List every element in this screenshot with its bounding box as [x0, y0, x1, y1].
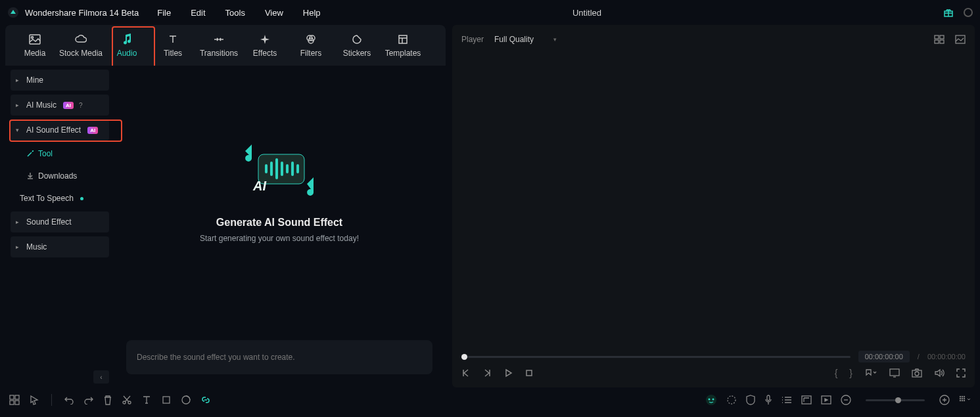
tab-audio[interactable]: Audio	[104, 25, 150, 66]
category-tabs: Media Stock Media Audio Titles Transitio…	[5, 25, 446, 66]
svg-point-46	[964, 396, 965, 397]
templates-icon	[398, 33, 408, 46]
sidebar-item-mine[interactable]: ▸ Mine	[11, 70, 109, 91]
timeline-options-icon[interactable]	[959, 395, 971, 405]
sidebar-item-ai-music[interactable]: ▸ AI Music AI ?	[11, 95, 109, 116]
cut-button[interactable]	[122, 395, 132, 405]
mic-icon[interactable]	[764, 395, 772, 405]
chevron-right-icon: ▸	[16, 244, 22, 250]
tab-stock-media[interactable]: Stock Media	[58, 25, 104, 66]
step-back-button[interactable]	[482, 368, 492, 378]
delete-button[interactable]	[103, 395, 112, 405]
play-button[interactable]	[503, 368, 513, 378]
export-frame-icon[interactable]	[801, 395, 812, 405]
wand-icon	[26, 150, 34, 158]
menu-help[interactable]: Help	[303, 8, 321, 18]
tab-titles[interactable]: Titles	[150, 25, 196, 66]
layout-icon[interactable]	[9, 395, 20, 405]
zoom-in-button[interactable]	[939, 395, 950, 405]
snapshot-button[interactable]	[912, 368, 922, 378]
tab-filters[interactable]: Filters	[288, 25, 334, 66]
svg-point-44	[960, 396, 961, 397]
volume-button[interactable]	[934, 368, 945, 378]
sidebar-mine-label: Mine	[26, 76, 43, 85]
sidebar-sub-tts[interactable]: Text To Speech	[11, 189, 109, 208]
menu-edit[interactable]: Edit	[191, 8, 205, 18]
sidebar-downloads-label: Downloads	[38, 171, 77, 181]
tab-filters-label: Filters	[300, 49, 322, 58]
describe-input[interactable]	[137, 353, 422, 362]
ai-assistant-icon[interactable]	[705, 394, 717, 406]
progress-slider[interactable]	[461, 356, 851, 358]
zoom-slider[interactable]	[866, 399, 925, 401]
sidebar-sub-downloads[interactable]: Downloads	[11, 167, 109, 185]
marker-dropdown[interactable]	[864, 368, 877, 378]
left-panel: Media Stock Media Audio Titles Transitio…	[5, 25, 446, 387]
svg-rect-8	[399, 35, 407, 43]
generate-subtitle: Start generating your own sound effect t…	[200, 234, 359, 243]
sidebar-ai-se-label: AI Sound Effect	[26, 125, 81, 135]
sidebar-sub-tool[interactable]: Tool	[11, 144, 109, 163]
sidebar-se-label: Sound Effect	[26, 217, 72, 227]
svg-point-35	[706, 395, 716, 405]
color-button[interactable]	[181, 395, 191, 405]
mark-out-icon[interactable]: }	[849, 368, 852, 378]
svg-point-48	[962, 398, 963, 399]
crop-button[interactable]	[161, 395, 172, 405]
svg-rect-27	[10, 395, 14, 399]
tab-stickers[interactable]: Stickers	[334, 25, 380, 66]
tab-transitions[interactable]: Transitions	[196, 25, 242, 66]
list-icon[interactable]	[782, 395, 792, 405]
music-note-icon	[122, 33, 132, 46]
tab-stock-label: Stock Media	[59, 49, 103, 58]
grid-view-icon[interactable]	[934, 35, 945, 44]
sidebar-item-music[interactable]: ▸ Music	[11, 236, 109, 257]
tab-effects[interactable]: Effects	[242, 25, 288, 66]
shield-icon[interactable]	[746, 395, 755, 405]
sidebar-item-ai-sound-effect[interactable]: ▾ AI Sound Effect AI	[11, 120, 109, 141]
cursor-icon[interactable]	[29, 395, 39, 405]
menu-tools[interactable]: Tools	[225, 8, 245, 18]
prev-frame-button[interactable]	[461, 368, 471, 378]
svg-point-38	[728, 396, 735, 404]
download-icon	[26, 172, 34, 180]
display-settings-icon[interactable]	[889, 368, 900, 378]
svg-point-52	[964, 400, 965, 401]
new-indicator-icon	[80, 197, 83, 200]
player-viewport	[452, 54, 975, 345]
menu-view[interactable]: View	[265, 8, 283, 18]
mark-in-icon[interactable]: {	[835, 368, 838, 378]
svg-point-47	[960, 398, 961, 399]
sidebar-item-sound-effect[interactable]: ▸ Sound Effect	[11, 211, 109, 232]
help-icon[interactable]: ?	[79, 102, 83, 109]
tab-templates[interactable]: Templates	[380, 25, 426, 66]
ai-sound-illustration-icon: AI	[233, 138, 325, 204]
fullscreen-button[interactable]	[956, 368, 966, 378]
describe-input-box[interactable]	[126, 340, 432, 374]
menu-file[interactable]: File	[157, 8, 171, 18]
adjust-icon[interactable]	[726, 395, 737, 405]
redo-button[interactable]	[83, 395, 94, 405]
render-icon[interactable]	[821, 395, 831, 405]
tab-media[interactable]: Media	[12, 25, 58, 66]
svg-rect-30	[15, 401, 19, 405]
quality-dropdown[interactable]: Full Quality ▾	[494, 35, 557, 44]
zoom-out-button[interactable]	[841, 395, 851, 405]
svg-point-36	[709, 399, 711, 401]
main-area: Media Stock Media Audio Titles Transitio…	[0, 25, 980, 387]
tab-audio-label: Audio	[117, 49, 137, 58]
stop-button[interactable]	[525, 368, 534, 378]
svg-point-2	[964, 9, 972, 16]
svg-rect-40	[802, 396, 811, 404]
link-button[interactable]	[200, 395, 211, 405]
svg-rect-20	[935, 40, 939, 43]
text-tool-icon[interactable]	[141, 395, 152, 405]
sidebar-tool-label: Tool	[38, 149, 53, 158]
record-status-icon[interactable]	[963, 7, 973, 18]
collapse-sidebar-button[interactable]: ‹	[93, 370, 109, 384]
undo-button[interactable]	[64, 395, 74, 405]
svg-point-37	[712, 399, 714, 401]
picture-view-icon[interactable]	[955, 35, 966, 44]
gift-icon[interactable]	[943, 7, 954, 18]
player-header: Player Full Quality ▾	[452, 25, 975, 54]
